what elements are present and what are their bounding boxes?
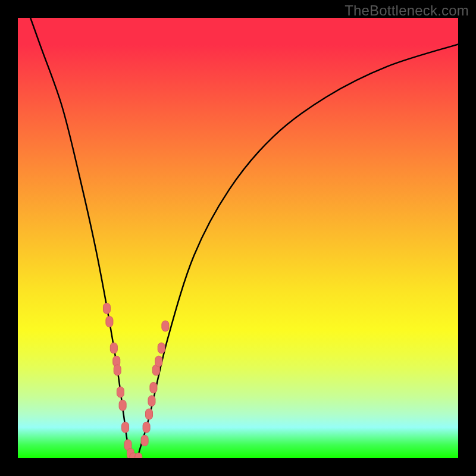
- benchmark-marker: [141, 435, 148, 446]
- benchmark-marker: [103, 303, 110, 314]
- benchmark-marker: [117, 387, 124, 397]
- chart-svg: [18, 18, 458, 458]
- benchmark-marker: [114, 365, 121, 375]
- benchmark-marker: [110, 343, 117, 353]
- benchmark-marker: [158, 343, 165, 353]
- benchmark-marker: [135, 453, 142, 458]
- benchmark-markers: [103, 303, 168, 458]
- benchmark-marker: [155, 356, 162, 367]
- watermark-text: TheBottleneck.com: [345, 2, 469, 19]
- benchmark-marker: [106, 317, 113, 327]
- benchmark-marker: [119, 400, 126, 411]
- benchmark-marker: [146, 409, 153, 419]
- benchmark-marker: [148, 396, 155, 406]
- chart-stage: TheBottleneck.com: [0, 0, 476, 476]
- benchmark-marker: [150, 383, 157, 393]
- benchmark-marker: [162, 321, 169, 331]
- benchmark-marker: [143, 422, 150, 433]
- plot-area: [18, 18, 458, 458]
- bottleneck-curve: [18, 18, 458, 458]
- benchmark-marker: [122, 422, 129, 433]
